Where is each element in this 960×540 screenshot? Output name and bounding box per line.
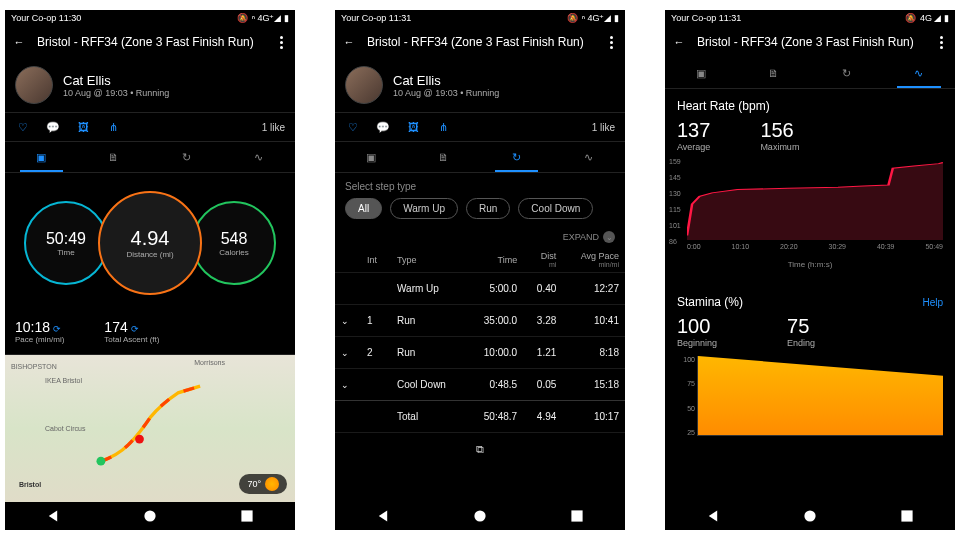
- tab-charts[interactable]: ∿: [223, 142, 296, 172]
- table-row[interactable]: Warm Up5:00.00.4012:27: [335, 273, 625, 305]
- tabs: ▣ 🗎 ↻ ∿: [335, 142, 625, 173]
- table-row[interactable]: ⌄Cool Down0:48.50.0515:18: [335, 369, 625, 401]
- charts-icon: ∿: [584, 151, 593, 164]
- tab-details[interactable]: 🗎: [408, 142, 481, 172]
- table-row[interactable]: ⌄1Run35:00.03.2810:41: [335, 305, 625, 337]
- share-icon[interactable]: ⋔: [435, 119, 451, 135]
- compare-icon: ⧉: [476, 443, 484, 456]
- header-time: Time: [467, 247, 523, 273]
- ascent-label: Total Ascent (ft): [104, 335, 159, 344]
- table-row-total: Total 50:48.7 4.94 10:17: [335, 401, 625, 433]
- avatar[interactable]: [345, 66, 383, 104]
- header-dist: Dist: [541, 251, 557, 261]
- svg-point-1: [135, 435, 144, 444]
- chip-run[interactable]: Run: [466, 198, 510, 219]
- comment-icon[interactable]: 💬: [375, 119, 391, 135]
- nav-home[interactable]: [473, 509, 487, 523]
- intervals-table: Int Type Time Distmi Avg Pacemin/mi Warm…: [335, 247, 625, 432]
- share-icon[interactable]: ⋔: [105, 119, 121, 135]
- tab-charts[interactable]: ∿: [883, 58, 956, 88]
- stamina-end-value: 75: [787, 315, 815, 338]
- total-dist: 4.94: [523, 401, 562, 433]
- tab-laps[interactable]: ↻: [480, 142, 553, 172]
- tab-details[interactable]: 🗎: [738, 58, 811, 88]
- more-icon[interactable]: [273, 34, 289, 50]
- weather-temp: 70°: [247, 479, 261, 489]
- nav-home[interactable]: [143, 509, 157, 523]
- chip-all[interactable]: All: [345, 198, 382, 219]
- stamina-chart[interactable]: 100755025: [677, 356, 943, 436]
- nav-back[interactable]: [376, 509, 390, 523]
- chip-row: All Warm Up Run Cool Down: [335, 198, 625, 227]
- nav-back[interactable]: [706, 509, 720, 523]
- help-link[interactable]: Help: [922, 297, 943, 308]
- svg-rect-5: [571, 510, 582, 521]
- header-int: Int: [361, 247, 391, 273]
- nav-bar: [5, 502, 295, 530]
- like-count[interactable]: 1 like: [592, 122, 615, 133]
- route-icon: [49, 384, 252, 472]
- svg-point-2: [144, 510, 155, 521]
- pace-label: Pace (min/mi): [15, 335, 64, 344]
- stamina-fill: [698, 356, 943, 435]
- tabs: ▣ 🗎 ↻ ∿: [5, 142, 295, 173]
- comment-icon[interactable]: 💬: [45, 119, 61, 135]
- chip-cooldown[interactable]: Cool Down: [518, 198, 593, 219]
- summary-rings: 50:49 Time 4.94 Distance (mi) 548 Calori…: [5, 173, 295, 313]
- tab-summary[interactable]: ▣: [5, 142, 78, 172]
- nav-recent[interactable]: [240, 509, 254, 523]
- map-label-morrisons: Morrisons: [194, 359, 225, 366]
- nav-recent[interactable]: [570, 509, 584, 523]
- back-icon[interactable]: ←: [11, 34, 27, 50]
- tab-summary[interactable]: ▣: [335, 142, 408, 172]
- nav-home[interactable]: [803, 509, 817, 523]
- tab-details[interactable]: 🗎: [78, 142, 151, 172]
- add-photo-icon[interactable]: 🖼: [75, 119, 91, 135]
- more-icon[interactable]: [603, 34, 619, 50]
- user-name: Cat Ellis: [393, 73, 499, 88]
- tab-charts[interactable]: ∿: [553, 142, 626, 172]
- app-bar: ← Bristol - RFF34 (Zone 3 Fast Finish Ru…: [665, 26, 955, 58]
- back-icon[interactable]: ←: [341, 34, 357, 50]
- nav-recent[interactable]: [900, 509, 914, 523]
- like-count[interactable]: 1 like: [262, 122, 285, 133]
- tab-laps[interactable]: ↻: [150, 142, 223, 172]
- svg-point-4: [474, 510, 485, 521]
- pace-trend-icon: ⟳: [53, 324, 61, 334]
- compare-button[interactable]: ⧉: [335, 432, 625, 466]
- distance-value: 4.94: [131, 227, 170, 250]
- expand-label: EXPAND: [563, 232, 599, 242]
- user-row: Cat Ellis 10 Aug @ 19:03 • Running: [5, 58, 295, 113]
- nav-bar: [335, 502, 625, 530]
- table-row[interactable]: ⌄2Run10:00.01.218:18: [335, 337, 625, 369]
- avatar[interactable]: [15, 66, 53, 104]
- calories-label: Calories: [219, 248, 248, 257]
- ring-calories: 548 Calories: [192, 201, 276, 285]
- clock: 11:31: [719, 13, 742, 23]
- tab-summary[interactable]: ▣: [665, 58, 738, 88]
- expand-row[interactable]: EXPAND ⌄: [335, 227, 625, 247]
- more-icon[interactable]: [933, 34, 949, 50]
- tab-laps[interactable]: ↻: [810, 58, 883, 88]
- phone-charts: Your Co-op 11:31 🔕4G ◢ ▮ ← Bristol - RFF…: [665, 10, 955, 530]
- select-step-label: Select step type: [335, 173, 625, 198]
- weather-badge[interactable]: 70°: [239, 474, 287, 494]
- sun-icon: [265, 477, 279, 491]
- svg-point-0: [96, 457, 105, 466]
- summary-icon: ▣: [696, 67, 706, 80]
- hr-max-label: Maximum: [760, 142, 799, 152]
- stamina-begin-label: Beginning: [677, 338, 717, 348]
- nav-back[interactable]: [46, 509, 60, 523]
- summary-icon: ▣: [36, 151, 46, 164]
- page-title: Bristol - RFF34 (Zone 3 Fast Finish Run): [367, 35, 593, 49]
- header-type: Type: [391, 247, 467, 273]
- like-icon[interactable]: ♡: [15, 119, 31, 135]
- hr-chart[interactable]: 15914513011510186 0:0010:1020:2030:2940:…: [669, 158, 951, 258]
- chip-warmup[interactable]: Warm Up: [390, 198, 458, 219]
- add-photo-icon[interactable]: 🖼: [405, 119, 421, 135]
- status-bar: Your Co-op 11:31 🔕4G ◢ ▮: [665, 10, 955, 26]
- map[interactable]: BISHOPSTON IKEA Bristol Morrisons Cabot …: [5, 355, 295, 502]
- header-pace-unit: min/mi: [568, 261, 619, 268]
- back-icon[interactable]: ←: [671, 34, 687, 50]
- like-icon[interactable]: ♡: [345, 119, 361, 135]
